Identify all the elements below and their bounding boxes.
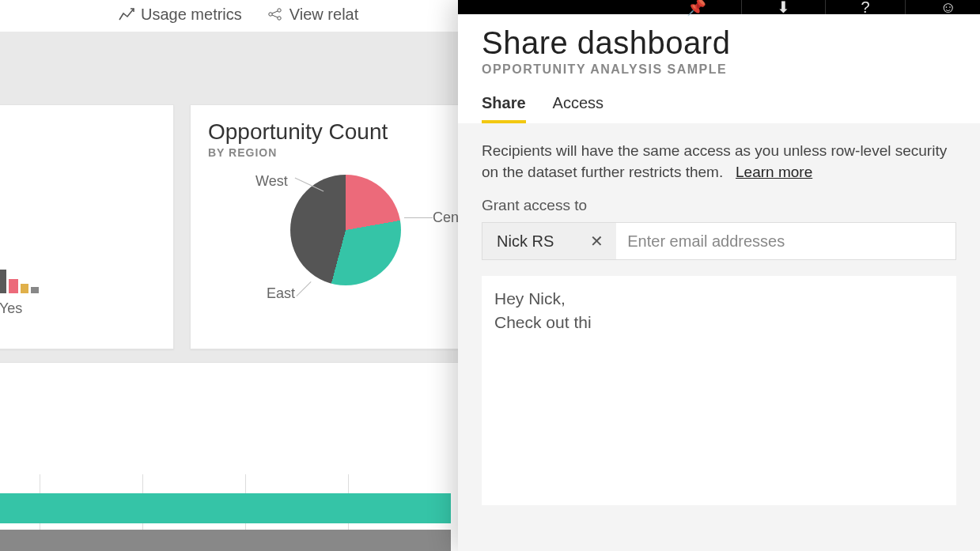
card-size-title: t [0,377,441,402]
metrics-icon [119,8,134,21]
remove-recipient-icon[interactable]: ✕ [590,232,604,251]
view-related-label: View relat [289,6,358,24]
recipient-chip-name: Nick RS [497,232,554,251]
sales-stage-xlabel: Yes [0,300,22,317]
opp-count-title: Opportunity Count [208,119,441,145]
recipient-field[interactable]: Nick RS ✕ [482,222,956,260]
share-title: Share dashboard [482,25,956,61]
recipient-input[interactable] [616,232,955,251]
pie-label-east: East [267,285,295,302]
share-tabs: Share Access [458,94,980,123]
share-info-text: Recipients will have the same access as … [482,141,956,183]
view-related-button[interactable]: View relat [267,6,358,24]
pie-chart [290,175,401,285]
share-info-copy: Recipients will have the same access as … [482,142,947,180]
share-subtitle: OPPORTUNITY ANALYSIS SAMPLE [482,62,956,77]
pie-leader-line [296,281,311,296]
size-bar-b [0,530,451,551]
svg-point-2 [278,17,281,20]
legend-sales-stage: alify Solution [0,168,156,185]
pie-leader-line [404,217,433,218]
svg-point-1 [278,9,281,12]
related-icon [267,8,283,21]
card-opportunity-count[interactable]: Opportunity Count BY REGION West Cen Eas… [190,104,459,349]
tab-access[interactable]: Access [553,94,604,123]
learn-more-link[interactable]: Learn more [736,164,812,180]
svg-point-0 [269,13,272,16]
size-bar-a [0,493,451,523]
card-sales-stage-title: t [0,119,156,145]
top-toolbar: Usage metrics View relat [0,0,459,32]
pie-label-central: Cen [433,209,459,226]
message-textarea[interactable] [482,276,956,505]
card-sales-stage[interactable]: t SALES STAGE alify Solution Yes [0,104,174,349]
grant-access-label: Grant access to [482,197,956,214]
card-size-subtitle: ITY SIZE [0,404,441,417]
usage-metrics-button[interactable]: Usage metrics [119,6,242,24]
sales-stage-bars [0,214,39,293]
legend-size: ll Medium Large [0,426,441,443]
usage-metrics-label: Usage metrics [141,6,242,24]
tab-share[interactable]: Share [482,94,526,123]
opp-count-subtitle: BY REGION [208,146,441,159]
pie-label-west: West [255,173,288,190]
share-panel: 📌 ⬇ ? ☺ Share dashboard OPPORTUNITY ANAL… [458,0,980,551]
recipient-chip: Nick RS ✕ [482,223,616,259]
card-sales-stage-subtitle: SALES STAGE [0,146,156,159]
app-title-bar: 📌 ⬇ ? ☺ [458,0,980,14]
share-body: Recipients will have the same access as … [458,123,980,551]
